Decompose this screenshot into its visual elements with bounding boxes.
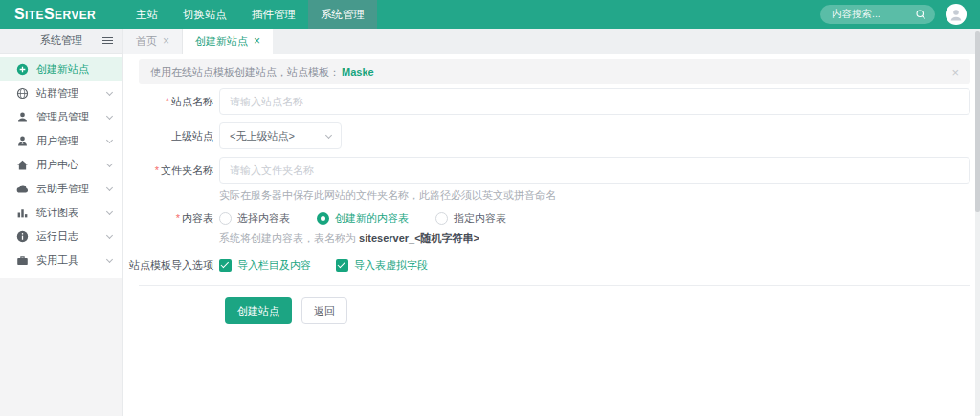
sidebar-title: 系统管理: [40, 33, 82, 48]
sidebar-item-label: 管理员管理: [36, 110, 107, 124]
close-icon[interactable]: ×: [951, 65, 959, 79]
back-button[interactable]: 返回: [301, 297, 347, 324]
sidebar-item-utilities[interactable]: 实用工具: [0, 249, 122, 273]
nav-item-main-site[interactable]: 主站: [123, 0, 170, 29]
vertical-scrollbar[interactable]: [975, 29, 980, 416]
nav-item-label: 插件管理: [252, 8, 296, 22]
checkbox-import-virtual-fields[interactable]: 导入表虚拟字段: [336, 258, 428, 273]
table-name-text: siteserver_<随机字符串>: [359, 232, 479, 244]
tab-label: 创建新站点: [195, 34, 248, 49]
logo-text-site: Site: [14, 6, 44, 23]
checkbox-import-channels-content[interactable]: 导入栏目及内容: [219, 258, 311, 273]
tab-label: 首页: [136, 34, 157, 49]
chevron-down-icon: [106, 160, 113, 166]
search-icon[interactable]: [915, 9, 926, 20]
nav-item-label: 系统管理: [321, 8, 365, 22]
tab-bar: 首页 × 创建新站点 ×: [123, 29, 980, 54]
sidebar-item-user-center[interactable]: 用户中心: [0, 153, 122, 177]
label-text: 站点名称: [171, 96, 213, 107]
radio-icon: [435, 212, 448, 225]
content-table-label: *内容表: [123, 209, 219, 227]
sidebar-item-label: 创建新站点: [36, 62, 112, 77]
radio-label: 创建新的内容表: [335, 211, 409, 226]
radio-specify-content-table[interactable]: 指定内容表: [435, 211, 506, 226]
form-actions: 创建站点 返回: [225, 297, 980, 324]
radio-choose-content-table[interactable]: 选择内容表: [219, 211, 290, 226]
sidebar-collapse-icon[interactable]: [102, 37, 113, 46]
sidebar-item-user-management[interactable]: 用户管理: [0, 129, 122, 153]
chevron-down-icon: [325, 131, 332, 138]
nav-item-plugin-management[interactable]: 插件管理: [239, 0, 308, 29]
chevron-down-icon: [106, 184, 113, 190]
nav-item-system-management[interactable]: 系统管理: [308, 0, 377, 29]
plus-circle-icon: [16, 63, 29, 76]
toolbox-icon: [16, 254, 29, 267]
create-site-button[interactable]: 创建站点: [225, 297, 292, 324]
label-text: 上级站点: [171, 130, 213, 142]
sidebar-item-site-group[interactable]: 站群管理: [0, 81, 122, 105]
chevron-down-icon: [106, 208, 113, 214]
hint-text: 系统将创建内容表，表名称为: [219, 232, 359, 244]
site-name-label: *站点名称: [123, 88, 219, 115]
radio-selected-icon: [317, 212, 329, 225]
nav-item-switch-site[interactable]: 切换站点: [170, 0, 239, 29]
form-row-parent-site: 上级站点 <无上级站点>: [123, 122, 980, 149]
chevron-down-icon: [106, 88, 113, 95]
site-name-input[interactable]: [219, 88, 970, 115]
radio-create-new-content-table[interactable]: 创建新的内容表: [317, 211, 409, 226]
nav-item-label: 切换站点: [183, 8, 227, 22]
sidebar-item-label: 统计图表: [36, 206, 107, 220]
sidebar-item-admin-management[interactable]: 管理员管理: [0, 105, 122, 129]
label-text: 站点模板导入选项: [129, 259, 213, 271]
sidebar-item-label: 实用工具: [36, 253, 107, 268]
sidebar-item-label: 站群管理: [36, 86, 107, 100]
radio-label: 选择内容表: [237, 211, 290, 226]
content-table-hint: 系统将创建内容表，表名称为 siteserver_<随机字符串>: [219, 231, 970, 245]
select-value: <无上级站点>: [230, 129, 295, 143]
create-site-form: *站点名称 上级站点 <无上级站点>: [123, 88, 980, 324]
chevron-down-icon: [106, 255, 113, 262]
parent-site-label: 上级站点: [123, 122, 219, 149]
tab-home[interactable]: 首页 ×: [123, 29, 183, 54]
user-avatar[interactable]: [946, 4, 967, 25]
sidebar-item-label: 用户管理: [36, 134, 107, 148]
globe-icon: [16, 87, 29, 99]
form-divider: [139, 285, 970, 286]
sidebar-item-run-logs[interactable]: 运行日志: [0, 225, 122, 249]
sidebar-menu: 创建新站点 站群管理 管理员管理 用户管理 用户中心: [0, 54, 122, 278]
chart-icon: [16, 207, 29, 219]
required-mark: *: [155, 164, 159, 176]
template-name-link[interactable]: Maske: [342, 66, 374, 77]
radio-icon: [219, 212, 232, 225]
chevron-down-icon: [106, 112, 113, 119]
close-icon[interactable]: ×: [254, 34, 260, 48]
sidebar-item-statistics[interactable]: 统计图表: [0, 201, 122, 225]
label-text: 文件夹名称: [161, 164, 213, 176]
content-search-input[interactable]: 内容搜索...: [820, 5, 935, 24]
notice-text: 使用在线站点模板创建站点，站点模板：: [150, 65, 340, 79]
search-placeholder: 内容搜索...: [832, 8, 915, 21]
parent-site-select[interactable]: <无上级站点>: [219, 122, 342, 149]
folder-name-label: *文件夹名称: [123, 157, 219, 184]
logo-text-server: Server: [44, 6, 96, 23]
checkbox-label: 导入表虚拟字段: [354, 258, 428, 273]
radio-label: 指定内容表: [454, 211, 506, 226]
form-row-site-name: *站点名称: [123, 88, 980, 115]
close-icon[interactable]: ×: [163, 34, 169, 48]
scrollbar-thumb[interactable]: [975, 31, 980, 212]
label-text: 内容表: [182, 212, 213, 224]
sidebar-item-create-site[interactable]: 创建新站点: [0, 57, 122, 81]
topbar: SiteServer 主站 切换站点 插件管理 系统管理 内容搜索...: [0, 0, 980, 29]
form-row-template-import: 站点模板导入选项 导入栏目及内容 导入表虚拟字段: [123, 256, 980, 274]
required-mark: *: [166, 96, 169, 107]
folder-name-input[interactable]: [219, 157, 970, 184]
top-navigation: 主站 切换站点 插件管理 系统管理: [123, 0, 377, 29]
template-notice-bar: 使用在线站点模板创建站点，站点模板： Maske ×: [139, 59, 970, 84]
checkbox-checked-icon: [336, 259, 348, 272]
info-icon: [16, 230, 29, 243]
tab-create-site[interactable]: 创建新站点 ×: [183, 29, 273, 54]
person-icon: [948, 7, 964, 22]
tab-content: 使用在线站点模板创建站点，站点模板： Maske × *站点名称 上级站点: [123, 59, 980, 324]
sidebar-item-cloud-assistant[interactable]: 云助手管理: [0, 177, 122, 201]
form-row-folder-name: *文件夹名称 实际在服务器中保存此网站的文件夹名称，此路径必须以英文或拼音命名: [123, 157, 980, 202]
